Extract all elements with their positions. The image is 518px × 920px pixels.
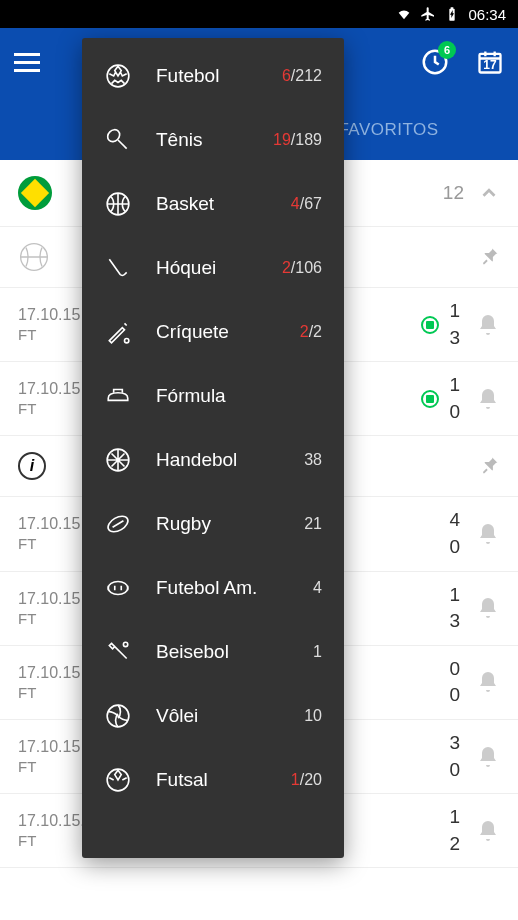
handball-icon [104,446,132,474]
sport-count: 2/2 [300,323,322,341]
futsal-icon [104,766,132,794]
bell-icon[interactable] [476,522,500,546]
sport-item-formula[interactable]: Fórmula [82,364,344,428]
sport-name: Futebol Am. [156,577,313,599]
match-scores: 30 [449,730,460,783]
sport-item-handball[interactable]: Handebol 38 [82,428,344,492]
calendar-button[interactable]: 17 [476,48,504,80]
match-time: 17.10.15FT [18,306,90,343]
live-indicator [421,316,439,334]
match-time: 17.10.15FT [18,738,90,775]
match-scores: 00 [449,656,460,709]
league-count: 12 [443,182,464,204]
bell-icon[interactable] [476,670,500,694]
sport-name: Futebol [156,65,282,87]
pin-icon[interactable] [478,455,500,477]
baseball-icon [104,638,132,666]
sport-name: Hóquei [156,257,282,279]
sport-count: 6/212 [282,67,322,85]
sport-name: Basket [156,193,291,215]
sport-count: 10 [304,707,322,725]
sport-count: 19/189 [273,131,322,149]
battery-icon [444,6,460,22]
chevron-up-icon [478,182,500,204]
bell-icon[interactable] [476,819,500,843]
match-time: 17.10.15FT [18,515,90,552]
svg-point-6 [125,339,129,343]
amfootball-icon [104,574,132,602]
live-badge: 6 [438,41,456,59]
bell-icon[interactable] [476,387,500,411]
soccer-icon [104,62,132,90]
sport-item-rugby[interactable]: Rugby 21 [82,492,344,556]
status-time: 06:34 [468,6,506,23]
ball-icon [18,241,50,273]
sport-name: Fórmula [156,385,322,407]
sports-menu: Futebol 6/212 Tênis 19/189 Basket 4/67 H… [82,38,344,858]
sport-item-volley[interactable]: Vôlei 10 [82,684,344,748]
sport-count: 1 [313,643,322,661]
pin-icon[interactable] [478,246,500,268]
svg-point-9 [123,642,127,646]
sport-name: Tênis [156,129,273,151]
flag-brazil [18,176,52,210]
menu-button[interactable] [14,48,46,80]
sport-count: 38 [304,451,322,469]
formula-icon [104,382,132,410]
airplane-icon [420,6,436,22]
sport-item-hockey[interactable]: Hóquei 2/106 [82,236,344,300]
sport-item-amfootball[interactable]: Futebol Am. 4 [82,556,344,620]
sport-item-cricket[interactable]: Críquete 2/2 [82,300,344,364]
basket-icon [104,190,132,218]
sport-count: 4 [313,579,322,597]
volley-icon [104,702,132,730]
sport-item-tennis[interactable]: Tênis 19/189 [82,108,344,172]
sport-name: Rugby [156,513,304,535]
tennis-icon [104,126,132,154]
match-time: 17.10.15FT [18,664,90,701]
live-indicator [421,390,439,408]
sport-name: Beisebol [156,641,313,663]
sport-name: Futsal [156,769,291,791]
sport-item-futsal[interactable]: Futsal 1/20 [82,748,344,812]
sport-count: 2/106 [282,259,322,277]
bell-icon[interactable] [476,313,500,337]
match-scores: 13 [449,582,460,635]
match-time: 17.10.15FT [18,380,90,417]
match-scores: 10 [449,372,460,425]
sport-item-baseball[interactable]: Beisebol 1 [82,620,344,684]
hockey-icon [104,254,132,282]
sport-count: 4/67 [291,195,322,213]
match-scores: 13 [449,298,460,351]
cricket-icon [104,318,132,346]
match-time: 17.10.15.FT [18,812,90,849]
match-scores: 12 [449,804,460,857]
status-bar: 06:34 [0,0,518,28]
sport-name: Vôlei [156,705,304,727]
live-clock-button[interactable]: 6 [420,47,450,81]
sport-item-soccer[interactable]: Futebol 6/212 [82,44,344,108]
sport-name: Handebol [156,449,304,471]
sport-count: 1/20 [291,771,322,789]
calendar-day: 17 [476,58,504,72]
match-scores: 40 [449,507,460,560]
rugby-icon [104,510,132,538]
sport-name: Críquete [156,321,300,343]
sport-count: 21 [304,515,322,533]
bell-icon[interactable] [476,745,500,769]
bell-icon[interactable] [476,596,500,620]
sport-item-basket[interactable]: Basket 4/67 [82,172,344,236]
wifi-icon [396,6,412,22]
info-icon: i [18,452,46,480]
match-time: 17.10.15FT [18,590,90,627]
